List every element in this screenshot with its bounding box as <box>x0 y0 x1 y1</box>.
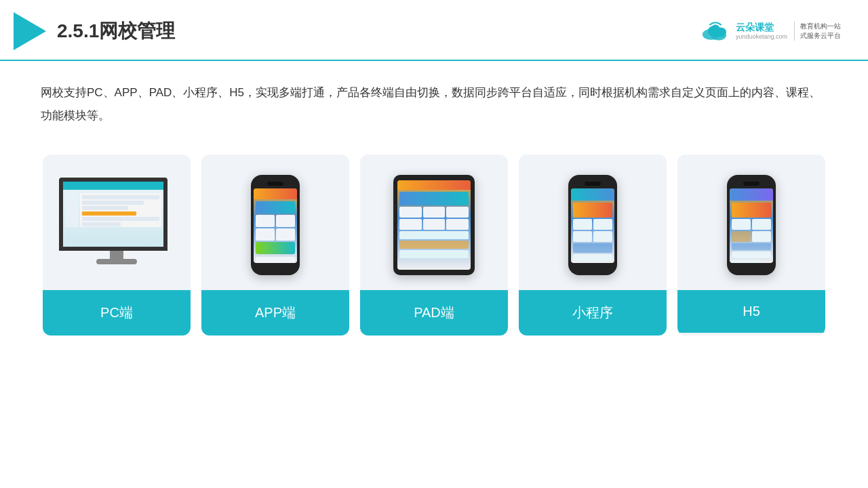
cards-container: PC端 <box>0 148 868 342</box>
header-right: 云朵课堂 yunduoketang.com 教育机构一站式服务云平台 <box>699 19 841 43</box>
card-pc: PC端 <box>43 155 191 336</box>
card-miniprogram-label: 小程序 <box>519 290 667 336</box>
header: 2.5.1网校管理 云朵课堂 yunduoketang.com 教育机构一站式服… <box>0 0 868 61</box>
monitor-screen <box>59 178 167 251</box>
phone-screen-app <box>254 188 297 263</box>
card-pad-image <box>360 155 508 290</box>
brand-slogan: 教育机构一站式服务云平台 <box>794 22 841 41</box>
card-h5-image <box>677 155 825 290</box>
logo-triangle-icon <box>14 12 46 50</box>
brand-text: 云朵课堂 yunduoketang.com <box>736 22 787 41</box>
tablet-mockup <box>393 175 475 275</box>
card-h5: H5 <box>677 155 825 336</box>
card-pad-label: PAD端 <box>360 290 508 336</box>
description-content: 网校支持PC、APP、PAD、小程序、H5，实现多端打通，产品各终端自由切换，数… <box>41 86 821 122</box>
phone-mockup-app <box>251 175 300 275</box>
phone-screen-mini <box>571 188 614 263</box>
svg-point-5 <box>714 27 716 29</box>
phone-mockup-h5 <box>727 175 776 275</box>
card-miniprogram-image <box>519 155 667 290</box>
monitor-mockup <box>59 178 174 272</box>
card-miniprogram: 小程序 <box>519 155 667 336</box>
brand-name: 云朵课堂 <box>736 22 774 33</box>
brand-logo: 云朵课堂 yunduoketang.com 教育机构一站式服务云平台 <box>699 19 841 43</box>
tablet-screen <box>397 180 471 270</box>
cloud-icon <box>699 19 732 43</box>
card-app: APP端 <box>201 155 349 336</box>
card-app-image <box>201 155 349 290</box>
card-pad: PAD端 <box>360 155 508 336</box>
card-pc-label: PC端 <box>43 290 191 336</box>
monitor-screen-content <box>63 182 163 247</box>
phone-mockup-mini <box>568 175 617 275</box>
card-h5-label: H5 <box>677 290 825 333</box>
description-text: 网校支持PC、APP、PAD、小程序、H5，实现多端打通，产品各终端自由切换，数… <box>0 61 868 141</box>
header-left: 2.5.1网校管理 <box>14 12 175 50</box>
card-app-label: APP端 <box>201 290 349 336</box>
brand-domain: yunduoketang.com <box>736 33 787 41</box>
phone-screen-h5 <box>730 188 773 263</box>
page-title: 2.5.1网校管理 <box>57 18 175 44</box>
card-pc-image <box>43 155 191 290</box>
